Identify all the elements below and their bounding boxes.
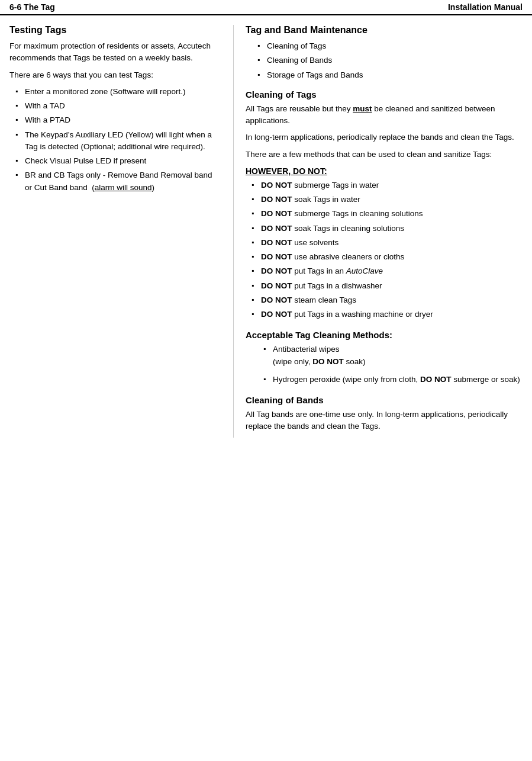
tag-band-maintenance-heading: Tag and Band Maintenance	[246, 25, 523, 36]
list-item: DO NOT use solvents	[252, 237, 523, 249]
cleaning-bands-p1: All Tag bands are one-time use only. In …	[246, 409, 523, 433]
cleaning-tags-p2: In long-term applications, periodically …	[246, 131, 523, 143]
list-item: DO NOT use abrasive cleaners or cloths	[252, 251, 523, 263]
p1-bold: must	[353, 104, 372, 113]
testing-bullets-list: Enter a monitored zone (Software will re…	[15, 86, 214, 194]
left-column: Testing Tags For maximum protection of r…	[9, 25, 219, 438]
acceptable-list: Antibacterial wipes (wipe only, DO NOT s…	[263, 343, 523, 386]
p1-pre: All Tags are reusable but they	[246, 104, 353, 113]
acceptable-item2: Hydrogen peroxide (wipe only from cloth,…	[273, 375, 520, 384]
bullet-text: Enter a monitored zone (Software will re…	[25, 87, 186, 96]
cleaning-tags-p1: All Tags are reusable but they must be c…	[246, 103, 523, 127]
list-item: Check Visual Pulse LED if present	[15, 155, 214, 167]
bullet-text: With a TAD	[25, 101, 65, 110]
bullet-text: With a PTAD	[25, 115, 70, 124]
header-right: Installation Manual	[448, 2, 523, 12]
donot-list: DO NOT submerge Tags in water DO NOT soa…	[252, 179, 523, 321]
list-item: Hydrogen peroxide (wipe only from cloth,…	[263, 374, 523, 386]
list-item: DO NOT submerge Tags in water	[252, 179, 523, 191]
cleaning-tags-heading: Cleaning of Tags	[246, 89, 523, 99]
list-item: BR and CB Tags only - Remove Band Remova…	[15, 169, 214, 194]
acceptable-item1-main: Antibacterial wipes	[273, 345, 340, 354]
list-item: DO NOT put Tags in a dishwasher	[252, 280, 523, 292]
right-column: Tag and Band Maintenance Cleaning of Tag…	[233, 25, 523, 438]
header-left: 6-6 The Tag	[9, 2, 55, 12]
testing-tags-intro1: For maximum protection of residents or a…	[9, 40, 214, 65]
list-item: DO NOT steam clean Tags	[252, 294, 523, 306]
list-item: Enter a monitored zone (Software will re…	[15, 86, 214, 98]
list-item: DO NOT submerge Tags in cleaning solutio…	[252, 208, 523, 220]
list-item: With a PTAD	[15, 114, 214, 126]
list-item: DO NOT put Tags in a washing machine or …	[252, 309, 523, 320]
toc-list: Cleaning of Tags Cleaning of Bands Stora…	[257, 40, 523, 81]
list-item: DO NOT soak Tags in cleaning solutions	[252, 223, 523, 235]
however-heading: HOWEVER, DO NOT:	[246, 166, 523, 176]
toc-item: Storage of Tags and Bands	[257, 69, 523, 81]
acceptable-heading: Acceptable Tag Cleaning Methods:	[246, 330, 523, 340]
bullet-text: BR and CB Tags only - Remove Band Remova…	[25, 171, 212, 191]
toc-item: Cleaning of Bands	[257, 54, 523, 66]
page-header: 6-6 The Tag Installation Manual	[0, 0, 532, 15]
list-item: The Keypad’s Auxiliary LED (Yellow) will…	[15, 129, 214, 153]
cleaning-tags-p3: There are a few methods that can be used…	[246, 149, 523, 160]
acceptable-item1-sub: (wipe only, DO NOT soak)	[273, 357, 366, 366]
list-item: DO NOT put Tags in an AutoClave	[252, 265, 523, 277]
list-item: Antibacterial wipes (wipe only, DO NOT s…	[263, 343, 523, 368]
list-item: DO NOT soak Tags in water	[252, 194, 523, 205]
cleaning-bands-heading: Cleaning of Bands	[246, 395, 523, 405]
testing-tags-heading: Testing Tags	[9, 25, 214, 36]
toc-item: Cleaning of Tags	[257, 40, 523, 52]
bullet-text: The Keypad’s Auxiliary LED (Yellow) will…	[25, 130, 212, 151]
bullet-text: Check Visual Pulse LED if present	[25, 156, 146, 165]
list-item: With a TAD	[15, 100, 214, 112]
page-content: Testing Tags For maximum protection of r…	[0, 15, 532, 447]
testing-tags-intro2: There are 6 ways that you can test Tags:	[9, 69, 214, 81]
